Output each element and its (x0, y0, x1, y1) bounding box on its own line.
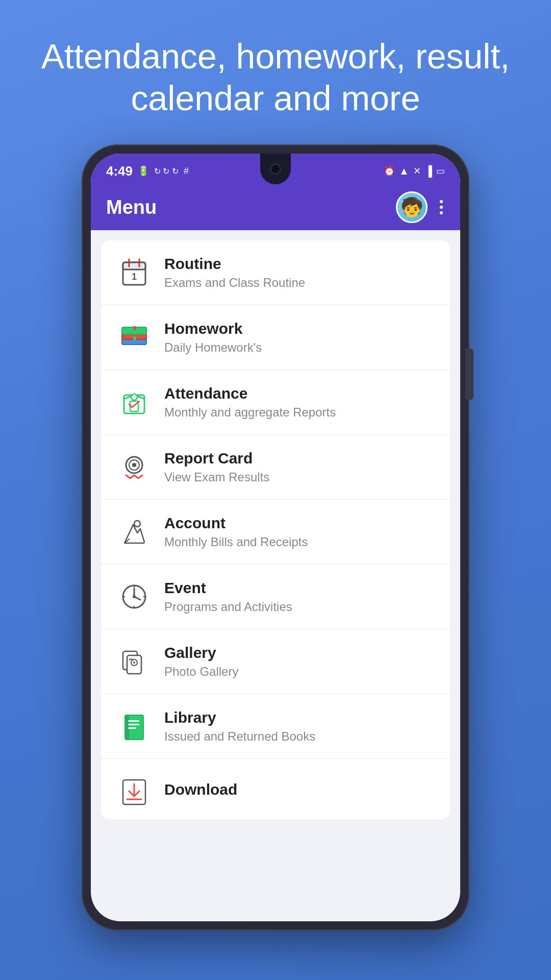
signal-icon: ▐ (425, 165, 432, 177)
report-card-text: Report Card View Exam Results (164, 450, 435, 484)
header-right: 🧒 (396, 191, 445, 223)
avatar-image: 🧒 (400, 197, 423, 218)
signal-x-icon: ✕ (413, 165, 421, 177)
event-text: Event Programs and Activities (164, 579, 435, 614)
homework-subtitle: Daily Homework's (164, 340, 435, 355)
avatar[interactable]: 🧒 (396, 191, 428, 223)
svg-rect-9 (133, 336, 136, 340)
dot1 (440, 200, 443, 203)
svg-point-16 (134, 521, 140, 527)
slack-icon: # (184, 166, 189, 177)
svg-rect-1 (123, 262, 145, 270)
event-title: Event (164, 579, 435, 597)
side-button (465, 349, 473, 400)
status-left: 4:49 🔋 ↻ ↻ ↻ # (106, 163, 189, 179)
svg-point-12 (131, 394, 137, 400)
menu-item-routine[interactable]: 1 Routine Exams and Class Routine (101, 240, 450, 305)
menu-item-report-card[interactable]: Report Card View Exam Results (101, 435, 450, 500)
download-title: Download (164, 781, 435, 798)
phone-frame: 4:49 🔋 ↻ ↻ ↻ # ⏰ ▲ ✕ ▐ ▭ Menu (82, 144, 469, 930)
alarm-icon: ⏰ (384, 165, 395, 177)
attendance-subtitle: Monthly and aggregate Reports (164, 405, 435, 420)
menu-item-homework[interactable]: Homework Daily Homework's (101, 305, 450, 370)
menu-item-attendance[interactable]: Attendance Monthly and aggregate Reports (101, 370, 450, 435)
library-title: Library (164, 709, 435, 726)
gallery-text: Gallery Photo Gallery (164, 644, 435, 679)
status-time: 4:49 (106, 163, 133, 179)
sync-icons: ↻ ↻ ↻ (154, 166, 179, 176)
gallery-icon (116, 644, 152, 679)
library-subtitle: Issued and Returned Books (164, 729, 435, 744)
svg-point-29 (133, 662, 135, 664)
headline: Attendance, homework, result, calendar a… (0, 0, 551, 144)
menu-item-download[interactable]: Download (101, 759, 450, 819)
attendance-text: Attendance Monthly and aggregate Reports (164, 385, 435, 420)
camera-notch (260, 154, 291, 184)
svg-rect-33 (128, 724, 139, 725)
library-text: Library Issued and Returned Books (164, 709, 435, 744)
svg-rect-34 (128, 727, 136, 729)
gallery-title: Gallery (164, 644, 435, 662)
status-icons: ⏰ ▲ ✕ ▐ ▭ (384, 165, 445, 177)
svg-rect-8 (133, 326, 136, 330)
report-card-title: Report Card (164, 450, 435, 467)
dot3 (440, 211, 443, 214)
dot2 (440, 206, 443, 209)
svg-point-21 (133, 595, 136, 598)
app-header: Menu 🧒 (91, 184, 460, 230)
svg-rect-32 (128, 720, 139, 722)
account-icon (116, 514, 152, 550)
battery-charging-icon: 🔋 (138, 165, 149, 177)
routine-text: Routine Exams and Class Routine (164, 255, 435, 290)
event-subtitle: Programs and Activities (164, 600, 435, 614)
menu-item-gallery[interactable]: Gallery Photo Gallery (101, 629, 450, 694)
gallery-subtitle: Photo Gallery (164, 665, 435, 679)
svg-rect-31 (125, 715, 129, 740)
account-text: Account Monthly Bills and Receipts (164, 514, 435, 549)
phone-screen: 4:49 🔋 ↻ ↻ ↻ # ⏰ ▲ ✕ ▐ ▭ Menu (91, 154, 460, 921)
menu-item-library[interactable]: Library Issued and Returned Books (101, 694, 450, 759)
menu-list: 1 Routine Exams and Class Routine (101, 240, 450, 819)
routine-subtitle: Exams and Class Routine (164, 276, 435, 290)
report-card-subtitle: View Exam Results (164, 470, 435, 484)
homework-text: Homework Daily Homework's (164, 320, 435, 355)
homework-icon (116, 320, 152, 355)
more-menu-button[interactable] (438, 198, 445, 216)
attendance-icon (116, 384, 152, 420)
menu-item-event[interactable]: Event Programs and Activities (101, 565, 450, 629)
report-card-icon (116, 449, 152, 485)
svg-point-15 (132, 463, 136, 467)
svg-text:1: 1 (132, 272, 137, 282)
routine-title: Routine (164, 255, 435, 273)
routine-icon: 1 (116, 255, 152, 290)
header-title: Menu (106, 197, 157, 218)
download-text: Download (164, 781, 435, 801)
event-icon (116, 579, 152, 615)
phone-wrapper: 4:49 🔋 ↻ ↻ ↻ # ⏰ ▲ ✕ ▐ ▭ Menu (82, 144, 469, 980)
account-title: Account (164, 514, 435, 532)
account-subtitle: Monthly Bills and Receipts (164, 535, 435, 549)
homework-title: Homework (164, 320, 435, 337)
attendance-title: Attendance (164, 385, 435, 402)
download-icon (116, 773, 152, 809)
library-icon (116, 708, 152, 744)
menu-item-account[interactable]: Account Monthly Bills and Receipts (101, 500, 450, 565)
camera-dot (270, 163, 281, 175)
wifi-icon: ▲ (399, 165, 409, 177)
battery-icon: ▭ (436, 165, 445, 177)
